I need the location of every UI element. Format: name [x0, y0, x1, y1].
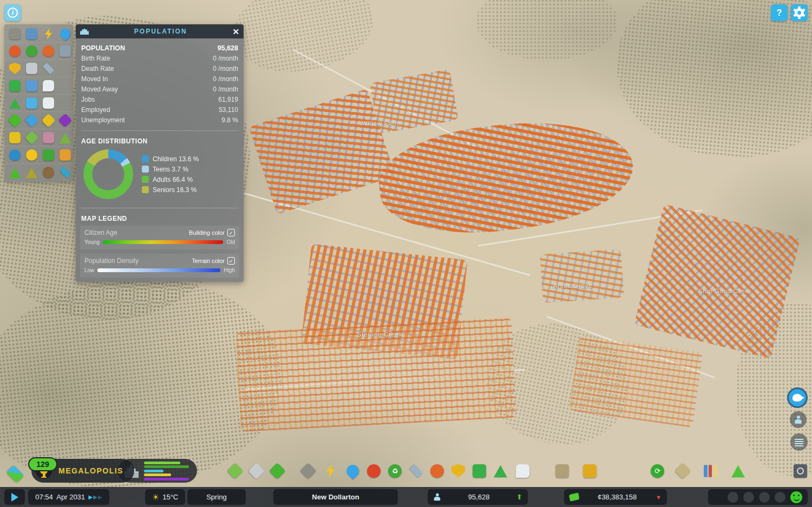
help-button[interactable]: ?: [771, 4, 788, 21]
signage-infoview-icon[interactable]: [26, 28, 37, 39]
panel-title: POPULATION: [89, 28, 232, 35]
close-icon[interactable]: ✕: [232, 28, 239, 36]
happiness-smiley-icon[interactable]: [790, 491, 802, 503]
education-tool-icon[interactable]: [409, 464, 423, 478]
notification-dim-4[interactable]: [775, 492, 785, 503]
legend-swatch: [142, 176, 149, 183]
terrain-color-checkbox[interactable]: ✓: [227, 257, 235, 265]
happiness-infoview-icon[interactable]: [26, 149, 37, 161]
map-overview-tool-icon[interactable]: [675, 462, 691, 479]
roads-infoview-icon[interactable]: [9, 28, 21, 39]
notification-dim-1[interactable]: [728, 492, 738, 503]
stat-row: POPULATION 95,628: [81, 43, 238, 53]
pollution-infoview-icon[interactable]: [58, 113, 72, 127]
electricity-tool-icon[interactable]: [324, 464, 337, 478]
district-label: Willow Farm: [362, 120, 401, 127]
healthcare-infoview-icon[interactable]: [9, 45, 21, 57]
hills-infoview-icon[interactable]: [9, 167, 21, 178]
communications-tool-icon[interactable]: [516, 464, 529, 478]
fire-rescue-tool-icon[interactable]: [430, 464, 444, 478]
land-map-infoview-icon[interactable]: [24, 130, 38, 144]
zoning-tool-icon[interactable]: [227, 462, 244, 479]
statistics-tool-icon[interactable]: [704, 465, 717, 477]
stat-value: 53,110: [219, 106, 238, 114]
transportation-tool-icon[interactable]: [473, 464, 486, 478]
workplaces-infoview-icon[interactable]: [60, 149, 71, 161]
electricity-infoview-icon[interactable]: [43, 28, 54, 39]
citizen-age-legend: Citizen Age Building color ✓ Young Old: [80, 226, 239, 249]
routes-infoview-icon[interactable]: [43, 97, 54, 109]
post-infoview-icon[interactable]: [26, 80, 37, 91]
money-widget[interactable]: ¢38,383,158 ▼: [564, 489, 667, 505]
settings-button[interactable]: [791, 4, 808, 21]
economy-infoview-icon[interactable]: [43, 149, 54, 161]
clock-time: 07:54: [35, 493, 53, 501]
landscaping-tool-icon[interactable]: [269, 462, 286, 479]
photo-mode-tool-icon[interactable]: [794, 464, 807, 478]
terrain-infoview-icon[interactable]: [8, 113, 22, 127]
temperature-value: 15°C: [162, 493, 178, 501]
noise-infoview-icon[interactable]: [43, 167, 54, 178]
building-color-checkbox[interactable]: ✓: [227, 229, 235, 236]
groundwater-infoview-icon[interactable]: [24, 113, 38, 127]
tourism-infoview-icon[interactable]: [9, 149, 21, 161]
population-widget[interactable]: 95,628 ⬆: [428, 489, 528, 505]
resources-tool-icon[interactable]: ⟳: [651, 464, 664, 478]
citizen-age-label: Citizen Age: [84, 229, 117, 236]
water-sewage-tool-icon[interactable]: [344, 462, 362, 479]
nature-infoview-icon[interactable]: [60, 132, 71, 143]
areas-tool-icon[interactable]: [248, 462, 265, 479]
play-pause-button[interactable]: [4, 489, 25, 505]
gradient-low-label: Low: [84, 267, 94, 273]
roads-tool-icon[interactable]: [300, 462, 317, 479]
garbage-infoview-icon[interactable]: [26, 45, 37, 57]
zones-infoview-icon[interactable]: [26, 97, 37, 109]
progression-tool-icon[interactable]: [731, 464, 745, 478]
garbage-tool-icon[interactable]: ♻: [388, 464, 402, 478]
game-screen: Willow FarmSterling CreekArctic GroveShi…: [0, 0, 812, 507]
administration-infoview-icon[interactable]: [26, 63, 37, 74]
progress-bar: [144, 473, 171, 476]
notification-dim-3[interactable]: [759, 492, 770, 503]
land-value-infoview-icon[interactable]: [41, 113, 55, 127]
population-density-legend: Population Density Terrain color ✓ Low H…: [80, 254, 239, 278]
fire-rescue-infoview-icon[interactable]: [43, 45, 54, 57]
stat-value: 0 /month: [213, 55, 238, 62]
chirper-button[interactable]: [787, 387, 808, 408]
telecom-infoview-icon[interactable]: [43, 80, 54, 91]
infoviews-toggle-button[interactable]: i: [4, 4, 21, 21]
divider: [81, 130, 238, 131]
transportation-infoview-icon[interactable]: [9, 80, 21, 91]
legend-entry: Teens 3.7 %: [142, 166, 199, 173]
shoreline-infoview-icon[interactable]: [60, 167, 71, 179]
money-down-arrow-icon: ▼: [656, 494, 662, 501]
terraforming-tool-icon[interactable]: [555, 464, 569, 478]
parks-tool-icon[interactable]: [494, 464, 507, 478]
expansion-points-badge[interactable]: 129: [28, 457, 57, 471]
stat-label: Death Rate: [81, 65, 114, 73]
trends-infoview-icon[interactable]: [43, 132, 54, 143]
bulldozer-tool-icon[interactable]: [583, 464, 597, 478]
simulation-speed-control[interactable]: ▶▶▶: [89, 494, 102, 500]
legend-swatch: [142, 155, 149, 162]
maintenance-infoview-icon[interactable]: [60, 45, 71, 57]
police-tool-icon[interactable]: [451, 464, 465, 478]
journal-button[interactable]: [790, 433, 808, 451]
season-widget: Spring: [187, 489, 246, 505]
temperature-widget[interactable]: ☀ 15°C: [145, 489, 185, 505]
followed-citizen-button[interactable]: [790, 411, 807, 428]
money-icon: [569, 493, 579, 501]
divider: [81, 208, 238, 208]
dim-notifications: [728, 492, 785, 503]
fertility-infoview-icon[interactable]: [26, 167, 37, 178]
parks-infoview-icon[interactable]: [9, 97, 21, 109]
education-infoview-icon[interactable]: [43, 63, 55, 75]
chirper-bird-icon: [793, 394, 802, 401]
residential-infoview-icon[interactable]: [9, 132, 21, 143]
notification-dim-2[interactable]: [743, 492, 754, 503]
police-infoview-icon[interactable]: [9, 63, 21, 74]
water-infoview-icon[interactable]: [58, 27, 73, 41]
city-name-widget[interactable]: New Dollarton: [273, 489, 398, 505]
map-city-cluster-downtown-island: [374, 109, 639, 245]
healthcare-tool-icon[interactable]: [367, 464, 381, 478]
